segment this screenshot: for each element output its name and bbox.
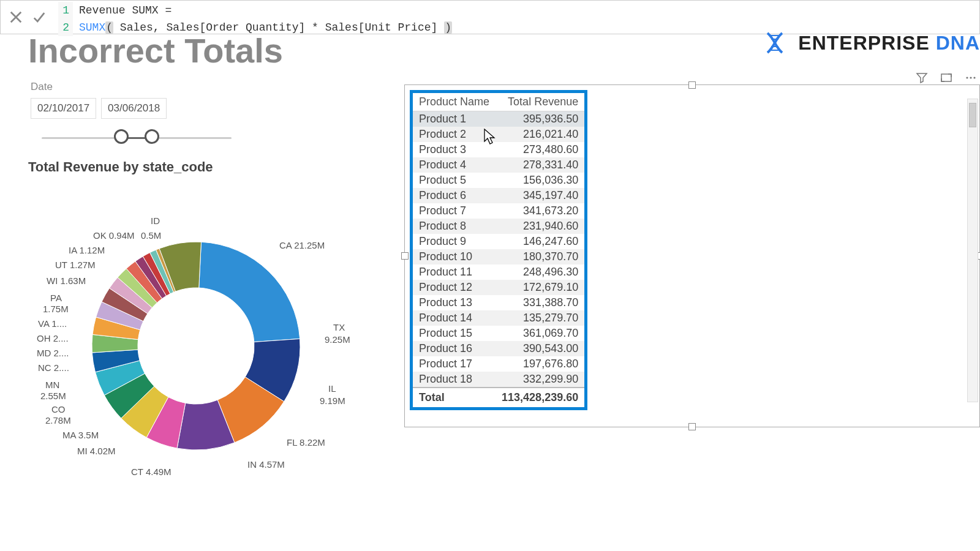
- cell-product: Product 17: [413, 356, 496, 372]
- cell-product: Product 7: [413, 203, 496, 219]
- donut-label: MI 4.02M: [77, 446, 116, 456]
- formula-line-1: Revenue SUMX =: [79, 2, 172, 19]
- donut-label: 2.78M: [45, 415, 71, 425]
- cell-product: Product 3: [413, 142, 496, 157]
- cell-product: Product 12: [413, 280, 496, 295]
- donut-label: WI 1.63M: [47, 276, 86, 286]
- donut-label: CT 4.49M: [131, 467, 172, 477]
- cell-product: Product 9: [413, 234, 496, 249]
- table-visual-container[interactable]: Product Name Total Revenue Product 1395,…: [404, 84, 980, 427]
- cell-product: Product 18: [413, 372, 496, 388]
- cell-revenue: 331,388.70: [496, 295, 584, 310]
- table-row[interactable]: Product 16390,543.00: [413, 341, 584, 356]
- donut-label: 2.55M: [40, 391, 66, 401]
- date-slider-track[interactable]: [42, 129, 232, 147]
- table-row[interactable]: Product 1395,936.50: [413, 111, 584, 127]
- donut-label: VA 1....: [38, 318, 67, 329]
- donut-label: IN 4.57M: [247, 459, 285, 470]
- table-row[interactable]: Product 13331,388.70: [413, 295, 584, 310]
- svg-point-7: [973, 77, 975, 78]
- table-row[interactable]: Product 10180,370.70: [413, 249, 584, 264]
- table-row[interactable]: Product 15361,069.70: [413, 326, 584, 341]
- cell-revenue: 273,480.60: [496, 142, 584, 157]
- cell-product: Product 1: [413, 111, 496, 127]
- cell-revenue: 341,673.20: [496, 203, 584, 219]
- close-paren: ): [444, 21, 452, 34]
- brand-text-1: ENTERPRISE: [798, 32, 929, 54]
- donut-label: IL: [328, 383, 336, 394]
- table-row[interactable]: Product 2216,021.40: [413, 127, 584, 142]
- table-row[interactable]: Product 3273,480.60: [413, 142, 584, 157]
- cell-product: Product 4: [413, 157, 496, 173]
- donut-label: CA 21.25M: [279, 240, 325, 250]
- donut-label: OK 0.94M: [93, 230, 135, 241]
- table-row[interactable]: Product 5156,036.30: [413, 173, 584, 188]
- dna-icon: [763, 31, 787, 55]
- brand-text-2: DNA: [936, 32, 980, 54]
- table-row[interactable]: Product 11248,496.30: [413, 264, 584, 280]
- donut-label: MD 2....: [37, 348, 69, 358]
- svg-point-5: [966, 77, 968, 78]
- col-header-product[interactable]: Product Name: [413, 93, 496, 111]
- formula-accept-icon[interactable]: [32, 10, 46, 24]
- date-slicer[interactable]: Date 02/10/2017 03/06/2018: [31, 81, 251, 147]
- donut-label: CO: [51, 404, 66, 414]
- cell-revenue: 278,331.40: [496, 157, 584, 173]
- resize-handle[interactable]: [688, 81, 696, 89]
- formula-cancel-icon[interactable]: [9, 10, 23, 24]
- donut-slice[interactable]: [199, 242, 300, 342]
- data-table[interactable]: Product Name Total Revenue Product 1395,…: [410, 90, 587, 410]
- table-row[interactable]: Product 12172,679.10: [413, 280, 584, 295]
- donut-label: ID: [151, 216, 160, 226]
- cell-product: Product 16: [413, 341, 496, 356]
- donut-chart-title: Total Revenue by state_code: [28, 159, 213, 175]
- focus-mode-icon[interactable]: [940, 72, 952, 84]
- donut-label: 0.5M: [141, 230, 161, 241]
- cell-product: Product 11: [413, 264, 496, 280]
- cell-product: Product 8: [413, 219, 496, 234]
- donut-label: MN: [45, 380, 59, 390]
- donut-chart[interactable]: CA 21.25M TX 9.25M IL 9.19M FL 8.22M IN …: [37, 202, 355, 490]
- more-options-icon[interactable]: [965, 72, 977, 84]
- slider-handle-end[interactable]: [145, 129, 159, 144]
- cell-revenue: 231,940.60: [496, 219, 584, 234]
- date-to-input[interactable]: 03/06/2018: [101, 98, 167, 119]
- scrollbar[interactable]: [967, 99, 978, 402]
- donut-label: IA 1.12M: [69, 245, 105, 255]
- cell-revenue: 395,936.50: [496, 111, 584, 127]
- table-row[interactable]: Product 9146,247.60: [413, 234, 584, 249]
- table-row[interactable]: Product 6345,197.40: [413, 188, 584, 203]
- cell-product: Product 15: [413, 326, 496, 341]
- total-value: 113,428,239.60: [496, 388, 584, 407]
- table-row[interactable]: Product 4278,331.40: [413, 157, 584, 173]
- table-row[interactable]: Product 18332,299.90: [413, 372, 584, 388]
- table-row[interactable]: Product 17197,676.80: [413, 356, 584, 372]
- col-header-revenue[interactable]: Total Revenue: [496, 93, 584, 111]
- cell-product: Product 2: [413, 127, 496, 142]
- cell-revenue: 248,496.30: [496, 264, 584, 280]
- svg-rect-4: [941, 74, 951, 81]
- table-row[interactable]: Product 7341,673.20: [413, 203, 584, 219]
- donut-label: NC 2....: [38, 362, 69, 373]
- slicer-caption: Date: [31, 81, 251, 93]
- date-from-input[interactable]: 02/10/2017: [31, 98, 96, 119]
- cell-revenue: 332,299.90: [496, 372, 584, 388]
- donut-label: MA 3.5M: [62, 430, 99, 440]
- total-label: Total: [413, 388, 496, 407]
- resize-handle[interactable]: [688, 423, 696, 430]
- resize-handle[interactable]: [401, 252, 409, 260]
- cell-product: Product 14: [413, 310, 496, 326]
- cell-revenue: 390,543.00: [496, 341, 584, 356]
- donut-label: 9.19M: [320, 395, 345, 406]
- donut-label: FL 8.22M: [287, 437, 325, 448]
- slider-handle-start[interactable]: [114, 129, 129, 144]
- svg-point-6: [970, 77, 971, 78]
- cell-revenue: 180,370.70: [496, 249, 584, 264]
- filter-icon[interactable]: [916, 72, 928, 84]
- scrollbar-thumb[interactable]: [969, 103, 976, 127]
- table-row[interactable]: Product 8231,940.60: [413, 219, 584, 234]
- cell-revenue: 345,197.40: [496, 188, 584, 203]
- cell-revenue: 146,247.60: [496, 234, 584, 249]
- donut-label: TX: [333, 322, 345, 332]
- table-row[interactable]: Product 14135,279.70: [413, 310, 584, 326]
